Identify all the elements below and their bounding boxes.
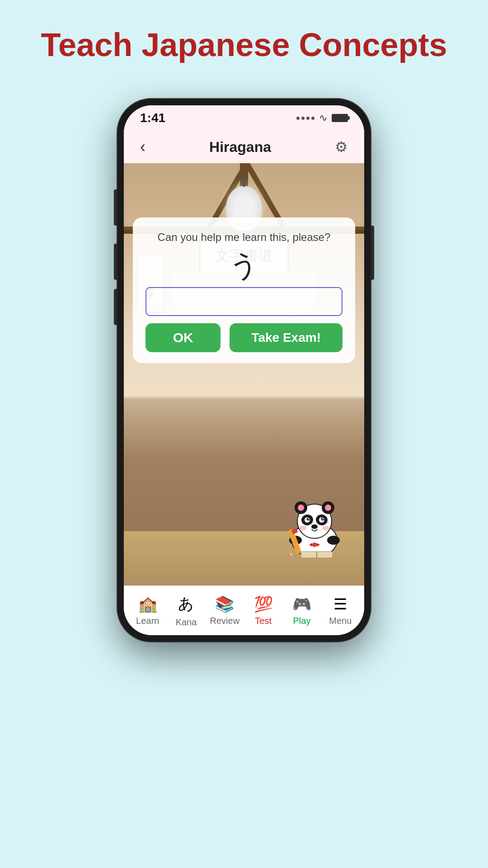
svg-point-24 (327, 536, 340, 545)
page-title: Teach Japanese Concepts (41, 27, 447, 63)
review-tab-icon: 📚 (215, 595, 234, 613)
back-button[interactable]: ‹ (140, 137, 145, 156)
kana-tab-label: Kana (176, 617, 197, 627)
panda-mascot (278, 486, 351, 558)
svg-point-16 (322, 526, 329, 530)
learn-tab-icon: 🏫 (138, 595, 157, 613)
tab-review[interactable]: 📚Review (206, 595, 243, 626)
svg-point-14 (311, 524, 318, 529)
dialog-prompt-text: Can you help me learn this, please? (158, 231, 331, 244)
status-icons: ∿ (296, 112, 348, 124)
dialog-buttons: OK Take Exam! (145, 323, 343, 352)
tab-bar: 🏫LearnあKana📚Review💯Test🎮Play☰Menu (124, 585, 364, 635)
tab-play[interactable]: 🎮Play (284, 595, 320, 626)
nav-bar: ‹ Hiragana ⚙ (124, 131, 364, 163)
take-exam-button[interactable]: Take Exam! (230, 323, 343, 352)
tab-test[interactable]: 💯Test (245, 595, 282, 626)
review-tab-label: Review (210, 616, 240, 626)
svg-point-5 (325, 505, 331, 511)
scene-area: 文字書道 あいうえおかきくけこさしすせそたちつてとなにぬねのはひふへほまみむめも… (124, 163, 364, 585)
nav-title: Hiragana (209, 139, 271, 156)
test-tab-label: Test (255, 616, 272, 626)
menu-tab-label: Menu (329, 616, 352, 626)
learn-tab-label: Learn (136, 616, 159, 626)
svg-point-4 (298, 505, 304, 511)
dialog-hiragana-character: う (229, 251, 259, 280)
tab-menu[interactable]: ☰Menu (322, 595, 358, 626)
ok-button[interactable]: OK (145, 323, 221, 352)
svg-point-10 (308, 518, 310, 519)
svg-point-19 (312, 542, 317, 547)
tab-kana[interactable]: あKana (168, 594, 204, 627)
svg-point-13 (323, 518, 324, 519)
menu-tab-icon: ☰ (333, 595, 347, 613)
phone-mockup: 1:41 ∿ ‹ Hiragana ⚙ (117, 99, 371, 642)
play-tab-icon: 🎮 (292, 595, 311, 613)
svg-point-15 (300, 526, 307, 530)
status-bar: 1:41 ∿ (124, 105, 364, 131)
panda-svg (278, 486, 351, 558)
tab-learn[interactable]: 🏫Learn (130, 595, 166, 626)
signal-icon (296, 117, 314, 120)
test-tab-icon: 💯 (254, 595, 273, 613)
phone-screen: 1:41 ∿ ‹ Hiragana ⚙ (124, 105, 364, 635)
settings-button[interactable]: ⚙ (335, 138, 348, 156)
dialog-overlay: Can you help me learn this, please? う OK… (133, 217, 355, 363)
svg-marker-22 (289, 552, 293, 557)
answer-input[interactable] (145, 287, 343, 316)
play-tab-label: Play (293, 616, 311, 626)
battery-icon (332, 114, 348, 122)
status-time: 1:41 (140, 111, 165, 125)
kana-tab-icon: あ (178, 594, 194, 614)
wifi-icon: ∿ (319, 112, 327, 124)
